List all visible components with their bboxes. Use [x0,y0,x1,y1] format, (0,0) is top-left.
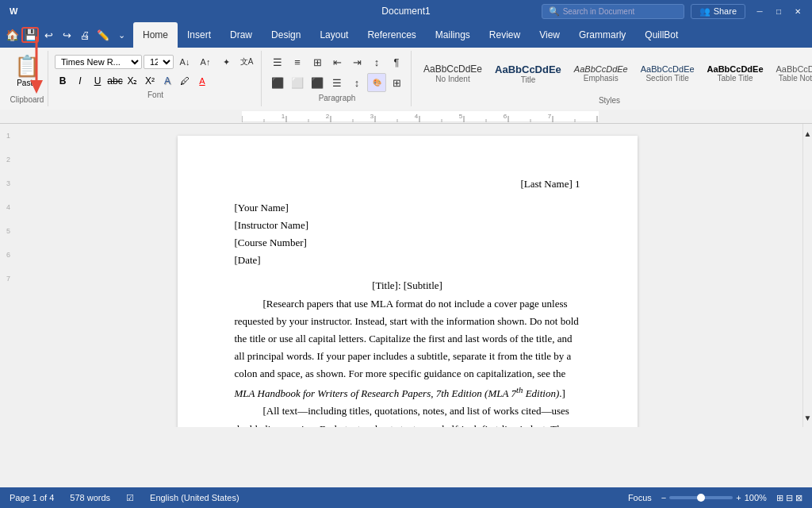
text-highlight-button[interactable]: 🖊 [177,73,193,89]
document-title: Document1 [381,6,430,17]
maximize-button[interactable]: □ [771,3,787,19]
zoom-in-button[interactable]: + [736,493,741,502]
underline-button[interactable]: U [90,73,105,89]
multilevel-list-button[interactable]: ⊞ [308,52,327,71]
svg-text:4: 4 [415,113,419,120]
font-color-button[interactable]: A [194,73,210,89]
clipboard-label: Clipboard [10,95,44,104]
style-section-title[interactable]: AaBbCcDdEe Section Title [635,53,700,94]
font-group: Times New R... 12 A↓ A↑ ✦ 文A B I U abc X… [50,51,262,106]
home-qat-button[interactable]: 🏠 [3,27,21,43]
justify-button[interactable]: ☰ [327,73,347,92]
style-table-note[interactable]: AaBbCcDd Table Note [771,53,813,94]
tab-quillbot[interactable]: QuillBot [635,22,688,48]
tab-insert[interactable]: Insert [178,22,220,48]
paragraph-1: [Research papers that use MLA format do … [235,295,580,403]
status-bar: Page 1 of 4 578 words ☑ English (United … [0,487,812,508]
tab-home[interactable]: Home [133,22,178,48]
superscript-button[interactable]: X² [142,73,158,89]
tab-references[interactable]: References [358,22,425,48]
save-button[interactable]: 💾 [21,27,39,43]
strikethrough-button[interactable]: abc [107,73,123,89]
svg-text:1: 1 [282,113,285,120]
word-count: 578 words [70,493,110,502]
zoom-slider[interactable] [669,496,733,499]
last-name-header: [Last Name] 1 [520,178,580,190]
tab-layout[interactable]: Layout [310,22,358,48]
numbering-button[interactable]: ≡ [288,52,307,71]
subscript-button[interactable]: X₂ [124,73,140,89]
shading-button[interactable]: 🎨 [367,73,386,92]
instructor-name-line: [Instructor Name] [235,217,580,234]
align-right-button[interactable]: ⬛ [308,73,327,92]
bullets-button[interactable]: ☰ [268,52,287,71]
svg-text:6: 6 [504,113,508,120]
ruler: 1 2 3 4 5 6 7 [0,110,812,124]
print-button[interactable]: 🖨 [76,27,94,43]
paste-button[interactable]: 📋 Paste [10,52,44,94]
align-left-button[interactable]: ⬛ [268,73,287,92]
line-spacing-button[interactable]: ↕ [347,73,366,92]
sort-button[interactable]: ↕ [367,52,386,71]
scroll-down-button[interactable]: ▼ [799,408,813,427]
minimize-button[interactable]: ─ [752,3,768,19]
style-normal[interactable]: AaBbCcDdEe No Indent [418,53,488,94]
font-size-select[interactable]: 12 [144,55,174,69]
italic-button[interactable]: I [72,73,88,89]
clear-format-button[interactable]: ✦ [216,52,236,71]
focus-button[interactable]: Focus [628,493,652,502]
spell-check-icon: ☑ [126,493,134,503]
tab-draw[interactable]: Draw [220,22,262,48]
paragraph-group: ☰ ≡ ⊞ ⇤ ⇥ ↕ ¶ ⬛ ⬜ ⬛ ☰ ↕ 🎨 ⊞ Paragraph [263,51,412,106]
increase-indent-button[interactable]: ⇥ [347,52,366,71]
paragraph-group-label: Paragraph [319,94,356,102]
close-button[interactable]: ✕ [790,3,806,19]
share-button[interactable]: 👥 Share [691,4,745,19]
decrease-font-button[interactable]: A↓ [175,52,194,71]
style-title[interactable]: AaBbCcDdEe Title [489,53,567,94]
decrease-indent-button[interactable]: ⇤ [327,52,347,71]
doc-body: [Your Name] [Instructor Name] [Course Nu… [235,199,580,427]
font-name-select[interactable]: Times New R... [55,55,142,69]
tab-design[interactable]: Design [262,22,310,48]
text-effects-button[interactable]: A [159,73,175,89]
vertical-scrollbar[interactable]: ▲ ▼ [802,124,812,427]
zoom-thumb[interactable] [697,494,705,502]
zoom-out-button[interactable]: − [661,493,666,502]
styles-group-label: Styles [599,96,620,105]
tab-grammarly[interactable]: Grammarly [569,22,635,48]
svg-text:2: 2 [326,113,330,120]
language[interactable]: English (United States) [150,493,239,502]
zoom-level: 100% [745,493,767,502]
your-name-line: [Your Name] [235,199,580,217]
customize-qat-button[interactable]: ⌄ [113,27,130,43]
search-placeholder: Search in Document [563,7,635,16]
undo-button[interactable]: ↩ [40,27,57,43]
phonetic-button[interactable]: 文A [237,52,256,71]
search-box[interactable]: 🔍 Search in Document [542,4,684,19]
bold-button[interactable]: B [55,73,71,89]
tab-view[interactable]: View [530,22,569,48]
title-bar-left: W [6,3,22,19]
increase-font-button[interactable]: A↑ [196,52,215,71]
svg-text:3: 3 [370,113,374,120]
draw-button[interactable]: ✏️ [94,27,112,43]
title-bar-right: 🔍 Search in Document 👥 Share ─ □ ✕ [542,3,806,19]
page-count: Page 1 of 4 [10,493,54,502]
course-number-line: [Course Number] [235,234,580,252]
document-area[interactable]: [Last Name] 1 [Your Name] [Instructor Na… [12,124,802,427]
ribbon-content: 📋 Paste Clipboard Times New R... 12 A↓ A… [0,48,812,110]
borders-button[interactable]: ⊞ [387,73,406,92]
clipboard-group: 📋 Paste Clipboard [6,51,48,106]
zoom-control[interactable]: − + 100% [661,493,767,502]
paste-label: Paste [17,79,37,87]
tab-mailings[interactable]: Mailings [426,22,480,48]
style-table-title[interactable]: AaBbCcDdEe Table Title [702,53,769,94]
paragraph-mark-button[interactable]: ¶ [387,52,406,71]
style-emphasis[interactable]: AaBbCcDdEe Emphasis [569,53,634,94]
redo-button[interactable]: ↪ [58,27,75,43]
scroll-up-button[interactable]: ▲ [799,124,813,143]
doc-header: [Last Name] 1 [235,175,580,193]
tab-review[interactable]: Review [480,22,530,48]
align-center-button[interactable]: ⬜ [288,73,307,92]
